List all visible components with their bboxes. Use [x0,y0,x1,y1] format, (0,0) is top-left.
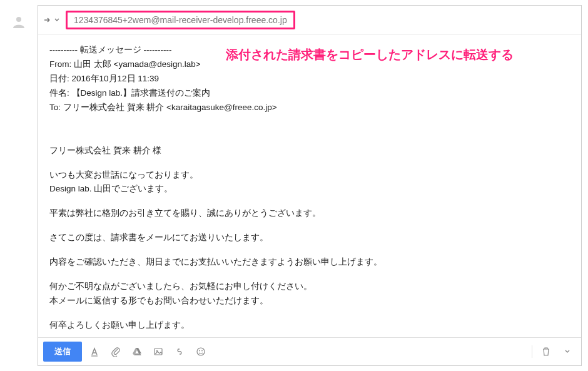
message-body[interactable]: 添付された請求書をコピーしたアドレスに転送する ---------- 転送メッセ… [38,35,581,337]
body-line: さてこの度は、請求書をメールにてお送りいたします。 [49,231,570,245]
annotation-overlay: 添付された請求書をコピーしたアドレスに転送する [226,45,514,64]
discard-icon[interactable] [537,343,555,360]
forward-icon[interactable] [44,16,59,24]
body-line: 平素は弊社に格別のお引き立てを賜り、誠にありがとうございます。 [49,207,570,220]
body-line: Design lab. 山田でございます。 [49,183,570,196]
link-icon[interactable] [171,343,188,360]
body-greeting: フリー株式会社 賀来 耕介 様 [49,145,570,158]
compose-window: 1234376845+2wem@mail-receiver-develop.fr… [38,5,582,366]
send-button[interactable]: 送信 [43,342,82,362]
drive-icon[interactable] [128,343,146,360]
body-line: 何かご不明な点がございましたら、お気軽にお申し付けください。 [49,280,570,293]
body-line: いつも大変お世話になっております。 [49,169,570,182]
more-options-icon[interactable] [559,343,576,360]
compose-toolbar: 送信 [38,337,581,365]
recipient-chip[interactable]: 1234376845+2wem@mail-receiver-develop.fr… [66,11,295,29]
recipients-row[interactable]: 1234376845+2wem@mail-receiver-develop.fr… [38,6,581,35]
svg-point-5 [199,350,200,352]
body-line: 内容をご確認いただき、期日までにお支払いいただきますようお願い申し上げます。 [49,256,570,269]
header-to: To: フリー株式会社 賀来 耕介 <karaitagasuke@freee.c… [49,101,570,114]
svg-point-4 [197,348,205,355]
format-text-icon[interactable] [86,343,103,360]
svg-point-6 [201,350,203,352]
svg-point-0 [16,17,21,22]
attach-icon[interactable] [107,343,124,360]
header-subject: 件名: 【Design lab.】請求書送付のご案内 [49,87,570,100]
photo-icon[interactable] [150,343,167,360]
header-date: 日付: 2016年10月12日 11:39 [49,73,570,86]
emoji-icon[interactable] [192,343,210,360]
body-line: 本メールに返信する形でもお問い合わせいただけます。 [49,295,570,308]
avatar-placeholder-icon [10,15,28,29]
body-line: 何卒よろしくお願い申し上げます。 [49,319,570,332]
